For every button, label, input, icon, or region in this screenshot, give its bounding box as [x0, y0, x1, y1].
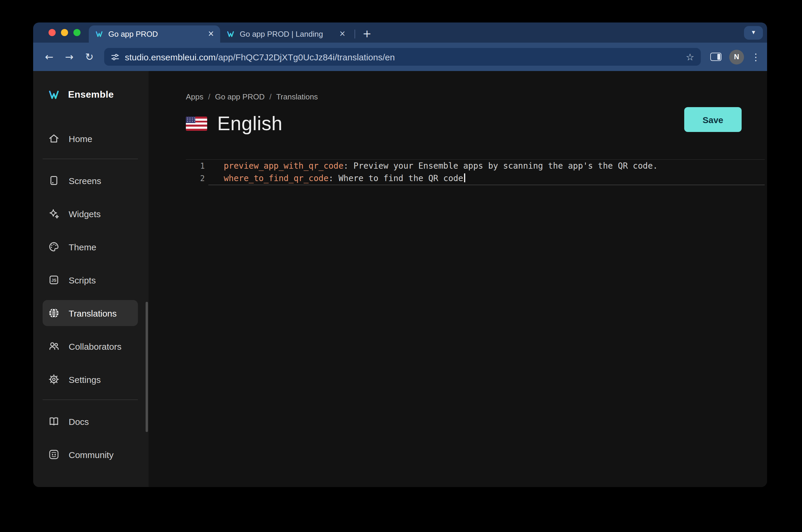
line-content[interactable]: preview_app_with_qr_code: Preview your E… [208, 160, 765, 172]
tabs: Go app PROD × Go app PROD | Landing × + [89, 22, 375, 43]
ensemble-logo-icon [47, 88, 60, 101]
line-content[interactable]: where_to_find_qr_code: Where to find the… [208, 172, 765, 185]
new-tab-button[interactable]: + [359, 26, 375, 41]
sidebar-item-label: Home [69, 133, 92, 144]
sidebar-item-label: Collaborators [69, 341, 121, 351]
yaml-key: preview_app_with_qr_code [224, 161, 344, 170]
sidebar: Ensemble Home [33, 71, 149, 487]
widgets-icon [47, 207, 60, 220]
app-content: Ensemble Home [33, 71, 767, 487]
minimize-window-button[interactable] [61, 29, 68, 36]
browser-window: Go app PROD × Go app PROD | Landing × + … [33, 22, 767, 487]
screens-icon [47, 174, 60, 187]
back-icon[interactable]: ← [41, 49, 57, 64]
yaml-colon: : [344, 161, 349, 170]
brand-name: Ensemble [68, 89, 114, 100]
line-number: 2 [186, 172, 208, 185]
breadcrumb-apps[interactable]: Apps [186, 92, 203, 101]
sidebar-divider [43, 399, 138, 400]
sidebar-item-label: Settings [69, 374, 101, 384]
desktop: Go app PROD × Go app PROD | Landing × + … [0, 0, 802, 532]
sidebar-item-community[interactable]: Community [43, 441, 138, 468]
tab-go-app-prod-landing[interactable]: Go app PROD | Landing × [220, 25, 351, 43]
sidebar-item-screens[interactable]: Screens [43, 168, 138, 193]
breadcrumb: Apps / Go app PROD / Translations [186, 92, 767, 101]
settings-gear-icon [47, 373, 60, 386]
translations-editor[interactable]: 1 preview_app_with_qr_code: Preview your… [186, 159, 765, 185]
sidebar-item-label: Screens [69, 175, 101, 186]
sidebar-item-widgets[interactable]: Widgets [43, 201, 138, 227]
sidebar-divider [43, 158, 138, 159]
sidebar-scrollbar[interactable] [146, 302, 148, 432]
window-controls [49, 29, 80, 36]
tab-close-icon[interactable]: × [337, 29, 347, 39]
sidebar-item-settings[interactable]: Settings [43, 366, 138, 392]
reload-icon[interactable]: ↻ [82, 49, 97, 64]
save-button[interactable]: Save [684, 107, 742, 132]
profile-avatar[interactable]: N [729, 50, 744, 64]
editor-line[interactable]: 1 preview_app_with_qr_code: Preview your… [186, 160, 765, 172]
breadcrumb-separator: / [208, 92, 210, 101]
page-title: English [217, 112, 283, 135]
yaml-value: Where to find the QR code [333, 173, 463, 183]
tab-go-app-prod[interactable]: Go app PROD × [89, 25, 220, 43]
yaml-value: Preview your Ensemble apps by scanning t… [348, 161, 657, 170]
tab-strip: Go app PROD × Go app PROD | Landing × + … [33, 22, 767, 43]
url-domain: studio.ensembleui.com [125, 52, 216, 62]
breadcrumb-app-name[interactable]: Go app PROD [215, 92, 265, 101]
line-number: 1 [186, 160, 208, 172]
sidebar-item-label: Scripts [69, 275, 96, 285]
side-panel-icon[interactable] [710, 53, 722, 61]
collaborators-icon [47, 340, 60, 353]
browser-toolbar: ← → ↻ studio.ensembleui.com/app/FhQC7J2D… [33, 43, 767, 71]
sidebar-item-label: Translations [69, 308, 117, 318]
close-window-button[interactable] [49, 29, 56, 36]
sidebar-item-translations[interactable]: Translations [43, 300, 138, 326]
sidebar-item-home[interactable]: Home [43, 126, 138, 152]
zoom-window-button[interactable] [73, 29, 80, 36]
browser-menu-icon[interactable]: ⋮ [750, 51, 761, 62]
breadcrumb-separator: / [269, 92, 271, 101]
brand-row[interactable]: Ensemble [43, 83, 139, 107]
sidebar-item-label: Docs [69, 416, 89, 426]
tab-close-icon[interactable]: × [206, 29, 216, 39]
sidebar-item-label: Community [69, 450, 114, 459]
tab-divider [355, 30, 355, 38]
site-settings-icon[interactable] [111, 52, 119, 61]
text-cursor [464, 173, 465, 182]
home-icon [47, 132, 60, 145]
sidebar-item-label: Widgets [69, 209, 101, 218]
sidebar-item-collaborators[interactable]: Collaborators [43, 333, 138, 359]
yaml-colon: : [328, 173, 333, 183]
bookmark-star-icon[interactable]: ☆ [686, 51, 694, 62]
ensemble-favicon-icon [226, 30, 235, 38]
url-path: /app/FhQC7J2DjXTg0UcJz84i/translations/e… [216, 52, 395, 62]
sidebar-item-theme[interactable]: Theme [43, 234, 138, 260]
tab-title: Go app PROD | Landing [240, 30, 337, 38]
editor-line-active[interactable]: 2 where_to_find_qr_code: Where to find t… [186, 172, 765, 185]
page-header: English [186, 110, 767, 137]
theme-palette-icon [47, 240, 60, 253]
sidebar-item-docs[interactable]: Docs [43, 408, 138, 434]
scripts-js-icon: JS [47, 273, 60, 286]
translations-globe-icon [47, 306, 60, 320]
tab-search-chevron-button[interactable]: ▾ [744, 26, 763, 40]
forward-icon[interactable]: → [61, 49, 77, 64]
us-flag-icon [186, 117, 207, 131]
ensemble-favicon-icon [95, 30, 103, 38]
main-panel: Apps / Go app PROD / Translations Englis… [149, 71, 767, 487]
community-discord-icon [47, 448, 60, 461]
sidebar-item-label: Theme [69, 242, 96, 252]
url-text: studio.ensembleui.com/app/FhQC7J2DjXTg0U… [125, 52, 395, 62]
breadcrumb-current: Translations [276, 92, 318, 101]
docs-book-icon [47, 415, 60, 428]
svg-text:JS: JS [51, 278, 56, 283]
yaml-key: where_to_find_qr_code [224, 173, 328, 183]
sidebar-item-scripts[interactable]: JS Scripts [43, 267, 138, 293]
tab-title: Go app PROD [108, 30, 206, 38]
address-bar[interactable]: studio.ensembleui.com/app/FhQC7J2DjXTg0U… [104, 48, 701, 66]
